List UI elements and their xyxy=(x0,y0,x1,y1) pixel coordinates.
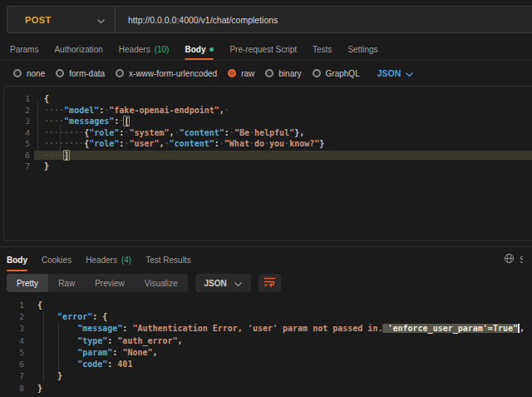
response-toolbar: PrettyRawPreviewVisualize JSON xyxy=(0,274,532,292)
code-text[interactable]: { xyxy=(28,300,532,310)
response-tab-cookies[interactable]: Cookies xyxy=(42,248,71,271)
radio-label: GraphQL xyxy=(326,69,360,78)
tab-label: Headers xyxy=(119,45,150,54)
code-line: 4········{"role":·"system",·"content":·"… xyxy=(4,127,532,139)
view-mode-raw[interactable]: Raw xyxy=(48,274,85,292)
body-type-graphql[interactable]: GraphQL xyxy=(313,69,360,78)
unsaved-changes-dot-icon xyxy=(209,47,214,52)
response-divider xyxy=(0,246,532,247)
indent-guide xyxy=(58,323,59,370)
code-text[interactable]: "param": "None", xyxy=(28,348,532,357)
code-text[interactable]: { xyxy=(34,94,532,103)
response-body-editor[interactable]: 1{2 "error": {3 "message": "Authenticati… xyxy=(0,296,532,397)
code-line: 1{ xyxy=(4,93,532,105)
radio-icon xyxy=(265,69,273,77)
code-line: 8} xyxy=(0,382,532,394)
body-type-x-www-form-urlencoded[interactable]: x-www-form-urlencoded xyxy=(116,69,217,78)
tab-count: (4) xyxy=(121,256,131,265)
line-number: 8 xyxy=(0,384,28,393)
method-select[interactable]: POST xyxy=(7,7,115,32)
tab-label: Authorization xyxy=(54,45,102,54)
radio-icon xyxy=(13,69,22,77)
code-line: 3 "message": "Authentication Error, 'use… xyxy=(0,323,532,335)
body-type-binary[interactable]: binary xyxy=(265,69,301,78)
code-text[interactable]: ····"model":·"fake-openai-endpoint",· xyxy=(34,106,532,115)
code-text[interactable]: } xyxy=(28,384,532,393)
code-text[interactable]: ········{"role":·"system",·"content":·"B… xyxy=(34,128,532,137)
response-tab-body[interactable]: Body xyxy=(7,248,27,271)
clipped-status-text: S xyxy=(520,255,523,265)
line-number: 5 xyxy=(0,348,28,357)
indent-guide xyxy=(43,311,44,382)
raw-language-select[interactable]: JSON xyxy=(377,66,414,81)
radio-icon xyxy=(116,69,124,77)
code-line: 7 } xyxy=(0,370,532,382)
response-view-modes: PrettyRawPreviewVisualize xyxy=(7,274,188,292)
tab-label: Tests xyxy=(313,45,332,54)
radio-label: binary xyxy=(278,69,301,78)
body-type-form-data[interactable]: form-data xyxy=(56,69,105,78)
wrap-text-icon xyxy=(264,275,276,290)
line-number: 3 xyxy=(0,324,28,333)
tab-count: (10) xyxy=(155,45,170,54)
line-number: 5 xyxy=(4,139,34,148)
line-number: 1 xyxy=(4,94,34,103)
line-number: 6 xyxy=(4,151,34,160)
code-text[interactable]: ········{"role":·"user",·"content":·"Wha… xyxy=(34,139,532,148)
code-text[interactable]: "code": 401 xyxy=(28,360,532,369)
globe-icon[interactable] xyxy=(504,252,515,267)
wrap-lines-button[interactable] xyxy=(259,274,281,292)
request-tab-tests[interactable]: Tests xyxy=(313,38,332,60)
response-format-select[interactable]: JSON xyxy=(195,274,251,292)
tab-label: Body xyxy=(185,45,205,54)
code-line: 5 "param": "None", xyxy=(0,346,532,358)
tab-label: Test Results xyxy=(145,256,190,265)
line-number: 1 xyxy=(0,300,28,310)
code-text[interactable]: "type": "auth_error", xyxy=(28,336,532,345)
body-type-raw[interactable]: raw xyxy=(228,69,254,78)
code-text[interactable]: "error": { xyxy=(28,312,532,321)
url-input[interactable] xyxy=(116,15,532,25)
code-line: 2····"model":·"fake-openai-endpoint",· xyxy=(4,105,532,117)
chevron-down-icon xyxy=(97,12,105,27)
request-tab-params[interactable]: Params xyxy=(10,38,38,60)
method-label: POST xyxy=(25,15,52,25)
selected-text: 'enforce_user_param'=True" xyxy=(382,324,518,333)
request-tab-body[interactable]: Body xyxy=(185,38,214,60)
view-mode-visualize[interactable]: Visualize xyxy=(135,274,188,292)
request-body-editor[interactable]: 1{2····"model":·"fake-openai-endpoint",·… xyxy=(3,86,532,241)
chevron-down-icon xyxy=(234,275,242,290)
code-line: 5········{"role":·"user",·"content":·"Wh… xyxy=(4,138,532,150)
response-tab-headers[interactable]: Headers(4) xyxy=(86,248,131,271)
request-tab-pre-request-script[interactable]: Pre-request Script xyxy=(229,38,297,60)
response-tab-test-results[interactable]: Test Results xyxy=(145,248,190,271)
radio-label: raw xyxy=(241,69,254,78)
request-url-bar: POST xyxy=(7,6,532,33)
code-text[interactable]: } xyxy=(34,161,532,171)
line-number: 2 xyxy=(0,312,28,321)
code-text[interactable]: } xyxy=(28,371,532,380)
response-format-label: JSON xyxy=(204,279,227,288)
request-tab-settings[interactable]: Settings xyxy=(347,38,377,60)
tab-label: Pre-request Script xyxy=(229,45,297,54)
view-mode-pretty[interactable]: Pretty xyxy=(7,274,48,292)
radio-label: none xyxy=(27,69,45,78)
body-type-row: noneform-datax-www-form-urlencodedrawbin… xyxy=(0,62,532,85)
view-mode-preview[interactable]: Preview xyxy=(85,274,135,292)
code-text[interactable]: ····] xyxy=(34,151,532,160)
tab-label: Cookies xyxy=(42,256,71,265)
postman-window: POST ParamsAuthorizationHeaders(10)BodyP… xyxy=(0,0,532,397)
code-line: 4 "type": "auth_error", xyxy=(0,335,532,346)
code-text[interactable]: "message": "Authentication Error, 'user'… xyxy=(28,324,532,333)
code-text[interactable]: ····"messages":·[ xyxy=(34,117,532,126)
line-number: 4 xyxy=(0,336,28,345)
request-tab-authorization[interactable]: Authorization xyxy=(54,38,102,60)
code-line: 6 "code": 401 xyxy=(0,358,532,370)
request-tab-headers[interactable]: Headers(10) xyxy=(119,38,170,60)
code-line: 3····"messages":·[ xyxy=(4,116,532,127)
code-line: 7} xyxy=(4,161,532,172)
body-type-none[interactable]: none xyxy=(13,69,45,78)
line-number: 3 xyxy=(4,117,34,126)
code-line: 6····] xyxy=(4,150,532,161)
radio-icon xyxy=(313,69,321,77)
